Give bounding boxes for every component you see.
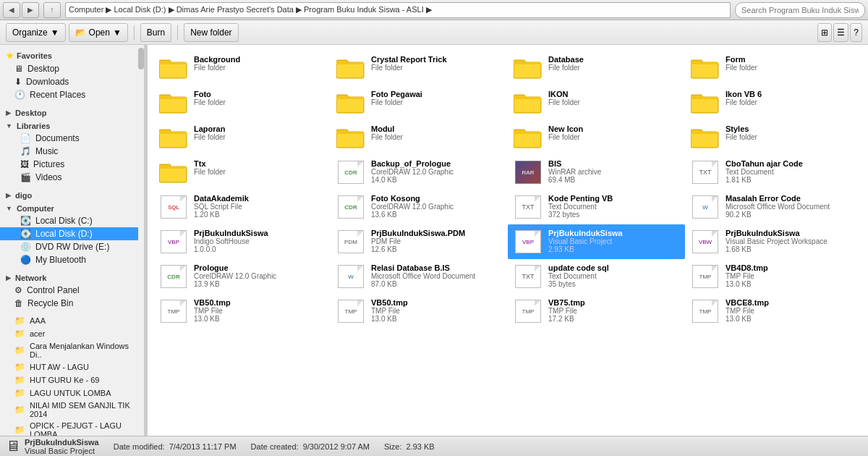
digo-section[interactable]: ▶ digo xyxy=(0,188,138,201)
file-item[interactable]: IKON File folder xyxy=(508,85,685,120)
sidebar-item-documents[interactable]: 📄 Documents xyxy=(0,132,138,145)
computer-label: Computer xyxy=(17,204,54,213)
file-name: Kode Penting VB xyxy=(548,194,679,203)
sidebar-folder-item[interactable]: 📁Cara Menjalankan Windows Di.. xyxy=(0,340,138,360)
file-meta: Text Document372 bytes xyxy=(548,203,679,219)
sidebar-folder-item[interactable]: 📁HUT AW - LAGU xyxy=(0,360,138,373)
file-item[interactable]: W Masalah Error Code Microsoft Office Wo… xyxy=(685,190,862,224)
file-thumbnail: TMP xyxy=(159,298,188,324)
desktop-section[interactable]: ▶ Desktop xyxy=(0,106,138,119)
sidebar-item-videos[interactable]: 🎬 Videos xyxy=(0,171,138,184)
file-item[interactable]: Foto Pegawai File folder xyxy=(331,85,508,120)
file-item[interactable]: TMP VB75.tmp TMP File17.2 KB xyxy=(508,294,685,329)
file-item[interactable]: TXT Kode Penting VB Text Document372 byt… xyxy=(508,190,685,224)
file-item[interactable]: Foto File folder xyxy=(153,85,331,120)
file-item[interactable]: New Icon File folder xyxy=(508,120,685,155)
forward-button[interactable]: ▶ xyxy=(22,2,39,18)
libraries-section[interactable]: ▼ Libraries xyxy=(0,119,138,132)
sidebar-item-recent[interactable]: 🕐 Recent Places xyxy=(0,88,138,101)
favorites-section[interactable]: ★ Favorites xyxy=(0,48,138,62)
sidebar-folder-item[interactable]: 📁OPICK - PEJUGT - LAGU LOMBA xyxy=(0,420,138,436)
file-item[interactable]: TMP VB50.tmp TMP File13.0 KB xyxy=(331,294,508,329)
file-item[interactable]: Modul File folder xyxy=(331,120,508,155)
up-button[interactable]: ↑ xyxy=(43,2,61,18)
folder-icon: 📁 xyxy=(14,345,25,355)
sidebar-item-bluetooth-label: My Bluetooth xyxy=(35,255,86,265)
sidebar-item-drive-c[interactable]: 💽 Local Disk (C:) xyxy=(0,214,138,227)
file-item[interactable]: CDR Foto Kosong CorelDRAW 12.0 Graphic13… xyxy=(331,190,508,224)
folder-label: OPICK - PEJUGT - LAGU LOMBA xyxy=(30,421,132,436)
address-field[interactable]: Computer ▶ Local Disk (D:) ▶ Dimas Arie … xyxy=(65,2,731,18)
sidebar-folder-item[interactable]: 📁AAA xyxy=(0,314,138,327)
folder-icon: 📁 xyxy=(14,329,25,339)
view-icons-button[interactable]: ⊞ xyxy=(817,23,832,42)
file-item[interactable]: TMP VBCE8.tmp TMP File13.0 KB xyxy=(685,294,862,329)
file-item[interactable]: VBP PrjBukuIndukSiswa Indigo SoftHouse1.… xyxy=(153,224,331,259)
file-item[interactable]: Background File folder xyxy=(153,51,331,85)
status-file-type: Visual Basic Project xyxy=(25,447,99,455)
sidebar-item-dvd[interactable]: 💿 DVD RW Drive (E:) xyxy=(0,240,138,253)
file-name: New Icon xyxy=(548,124,679,133)
sidebar-item-drive-d[interactable]: 💽 Local Disk (D:) xyxy=(0,227,138,240)
open-icon: 📂 xyxy=(75,28,86,38)
recycle-icon: 🗑 xyxy=(14,298,23,308)
file-item[interactable]: Form File folder xyxy=(685,51,862,85)
status-file-icon: 🖥 xyxy=(6,438,20,455)
file-item[interactable]: PDM PrjBukuIndukSiswa.PDM PDM File12.6 K… xyxy=(331,224,508,259)
file-item[interactable]: CDR Backup_of_Prologue CorelDRAW 12.0 Gr… xyxy=(331,155,508,190)
computer-section[interactable]: ▼ Computer xyxy=(0,201,138,214)
sidebar-folder-item[interactable]: 📁NILAI MID SEM GANJIL TIK 2014 xyxy=(0,400,138,420)
search-input[interactable] xyxy=(735,2,865,18)
file-item[interactable]: TXT update code sql Text Document35 byte… xyxy=(508,259,685,294)
file-item[interactable]: SQL DataAkademik SQL Script File1.20 KB xyxy=(153,190,331,224)
file-item[interactable]: Ttx File folder xyxy=(153,155,331,190)
file-name: Modul xyxy=(371,124,502,133)
organize-dropdown-icon: ▼ xyxy=(51,28,59,38)
file-item[interactable]: CDR Prologue CorelDRAW 12.0 Graphic13.9 … xyxy=(153,259,331,294)
file-thumbnail: VBW xyxy=(691,229,720,255)
sidebar-item-downloads[interactable]: ⬇ Downloads xyxy=(0,75,138,88)
new-folder-button[interactable]: New folder xyxy=(184,23,238,42)
view-list-button[interactable]: ☰ xyxy=(833,23,848,42)
svg-rect-43 xyxy=(514,132,541,134)
file-thumbnail: TXT xyxy=(514,263,542,290)
file-item[interactable]: RAR BIS WinRAR archive69.4 MB xyxy=(508,155,685,190)
folder-label: HUT GURU Ke - 69 xyxy=(30,376,99,384)
folder-thumbnail xyxy=(514,124,542,151)
sidebar-item-recycle-label: Recycle Bin xyxy=(27,298,73,308)
file-item[interactable]: Crystal Report Trick File folder xyxy=(331,51,508,85)
file-item[interactable]: VBW PrjBukuIndukSiswa Visual Basic Proje… xyxy=(685,224,862,259)
organize-button[interactable]: Organize ▼ xyxy=(6,23,66,42)
folder-thumbnail xyxy=(159,90,188,116)
file-meta: File folder xyxy=(371,98,502,106)
file-item[interactable]: TMP VB4D8.tmp TMP File13.0 KB xyxy=(685,259,862,294)
open-button[interactable]: 📂 Open ▼ xyxy=(69,23,128,42)
status-modified-label: Date modified: xyxy=(114,442,165,451)
sidebar-folder-item[interactable]: 📁LAGU UNTUK LOMBA xyxy=(0,387,138,400)
file-item[interactable]: Ikon VB 6 File folder xyxy=(685,85,862,120)
file-item[interactable]: W Relasi Database B.IS Microsoft Office … xyxy=(331,259,508,294)
file-item[interactable]: VBP PrjBukuIndukSiswa Visual Basic Proje… xyxy=(508,224,685,259)
network-section[interactable]: ▶ Network xyxy=(0,271,138,284)
help-button[interactable]: ? xyxy=(850,23,862,42)
file-item[interactable]: Database File folder xyxy=(508,51,685,85)
file-thumbnail: SQL xyxy=(159,194,188,220)
back-button[interactable]: ◀ xyxy=(3,2,20,18)
sidebar-item-control-panel[interactable]: ⚙ Control Panel xyxy=(0,284,138,297)
sidebar-item-music[interactable]: 🎵 Music xyxy=(0,145,138,158)
file-name: Ikon VB 6 xyxy=(726,90,856,98)
sidebar-item-recycle[interactable]: 🗑 Recycle Bin xyxy=(0,297,138,310)
file-thumbnail: VBP xyxy=(159,229,188,255)
sidebar-item-pictures[interactable]: 🖼 Pictures xyxy=(0,158,138,171)
file-item[interactable]: TXT CboTahun ajar Code Text Document1.81… xyxy=(685,155,862,190)
sidebar-item-desktop[interactable]: 🖥 Desktop xyxy=(0,62,138,75)
file-item[interactable]: Styles File folder xyxy=(685,120,862,155)
sidebar-folder-item[interactable]: 📁HUT GURU Ke - 69 xyxy=(0,373,138,387)
file-item[interactable]: Laporan File folder xyxy=(153,120,331,155)
file-item[interactable]: TMP VB50.tmp TMP File13.0 KB xyxy=(153,294,331,329)
file-thumbnail: CDR xyxy=(336,159,365,185)
sidebar-folder-item[interactable]: 📁acer xyxy=(0,327,138,340)
burn-button[interactable]: Burn xyxy=(140,23,171,42)
sidebar-item-bluetooth[interactable]: 🔵 My Bluetooth xyxy=(0,253,138,266)
file-thumbnail: TMP xyxy=(691,263,720,290)
